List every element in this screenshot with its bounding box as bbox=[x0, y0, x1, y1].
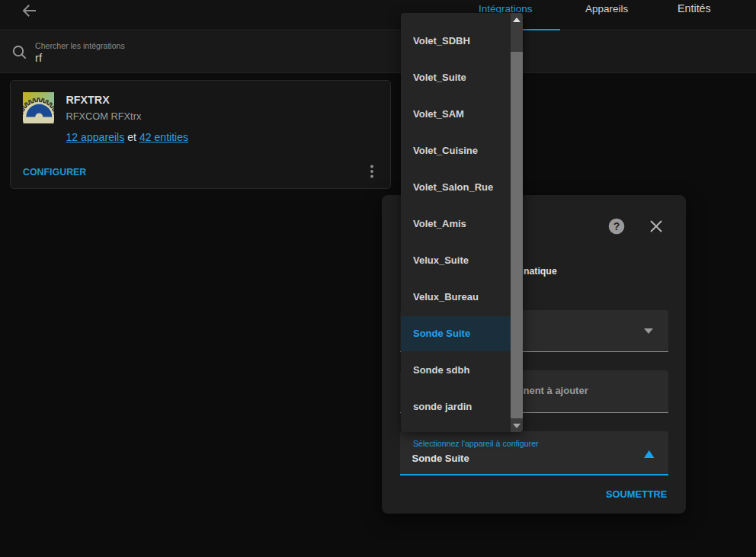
svg-text:?: ? bbox=[613, 220, 620, 232]
